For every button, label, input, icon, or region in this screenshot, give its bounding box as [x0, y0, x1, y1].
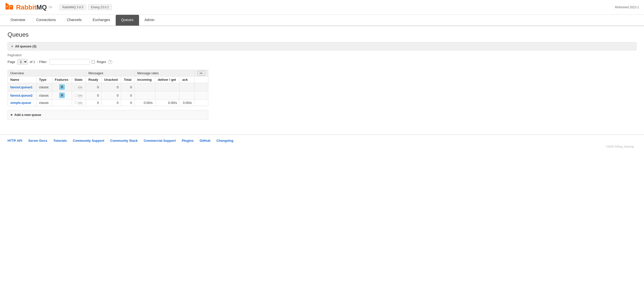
cell-name[interactable]: fanout.queue2 — [8, 91, 37, 100]
queue-link[interactable]: fanout.queue1 — [10, 85, 33, 89]
cell-deliver — [155, 83, 179, 91]
cell-extra — [195, 83, 208, 91]
rabbitmq-version: RabbitMQ 3.8.5 — [59, 5, 86, 10]
cell-ready: 0 — [86, 83, 102, 91]
queue-table: Overview Messages Message rates +/- Name… — [8, 70, 208, 106]
erlang-version: Erlang 23.0.2 — [88, 5, 111, 10]
cell-unacked: 0 — [101, 91, 121, 100]
table-row: fanout.queue2 classic D idle 0 0 0 — [8, 91, 208, 100]
pagination-row: Page 1 of 1 - Filter: Regex ? — [8, 59, 636, 65]
state-square — [75, 94, 77, 97]
all-queues-section-header[interactable]: ▼ All queues (3) — [8, 42, 636, 50]
svg-rect-1 — [10, 5, 13, 10]
regex-label: Regex — [97, 60, 106, 64]
filter-input[interactable] — [49, 59, 90, 65]
queue-table-wrapper: Overview Messages Message rates +/- Name… — [8, 70, 636, 106]
state-square — [75, 86, 77, 88]
footer-link[interactable]: Community Support — [73, 139, 104, 143]
footer-link[interactable]: Server Docs — [28, 139, 47, 143]
regex-checkbox[interactable] — [92, 60, 95, 63]
nav-link-overview[interactable]: Overview — [5, 15, 31, 26]
footer-link[interactable]: Commercial Support — [144, 139, 176, 143]
cell-state: idle — [72, 100, 86, 106]
nav-item-exchanges[interactable]: Exchanges — [87, 15, 115, 26]
col-deliver: deliver / get — [155, 77, 179, 83]
cell-total: 0 — [121, 100, 135, 106]
cell-name[interactable]: simple.queue — [8, 100, 37, 106]
plus-minus-btn-cell[interactable]: +/- — [195, 70, 208, 77]
page-label: Page — [8, 60, 15, 64]
cell-deliver — [155, 91, 179, 100]
nav-link-queues[interactable]: Queues — [116, 15, 139, 26]
nav-item-queues[interactable]: Queues — [116, 15, 139, 26]
state-square — [75, 101, 77, 104]
cell-type: classic — [36, 83, 52, 91]
nav-link-exchanges[interactable]: Exchanges — [87, 15, 115, 26]
footer-link[interactable]: Plugins — [182, 139, 194, 143]
group-messages-header: Messages — [86, 70, 135, 77]
add-queue-label: Add a new queue — [14, 113, 41, 117]
section-collapse-arrow: ▼ — [11, 45, 14, 48]
logo-rabbit: Rabbit — [16, 4, 36, 11]
filter-label: - Filter: — [37, 60, 47, 64]
nav-item-overview[interactable]: Overview — [5, 15, 31, 26]
of-label: of 1 — [30, 60, 35, 64]
table-row: fanout.queue1 classic D idle 0 0 0 — [8, 83, 208, 91]
cell-total: 0 — [121, 83, 135, 91]
add-queue-section[interactable]: ▶ Add a new queue — [8, 110, 208, 119]
nav-link-connections[interactable]: Connections — [31, 15, 61, 26]
col-incoming: incoming — [135, 77, 155, 83]
cell-incoming — [135, 83, 155, 91]
group-rates-header: Message rates — [135, 70, 194, 77]
cell-ready: 0 — [86, 100, 102, 106]
cell-incoming: 0.00/s — [135, 100, 155, 106]
regex-help-icon[interactable]: ? — [108, 60, 112, 64]
col-extra — [195, 77, 208, 83]
cell-deliver: 0.00/s — [155, 100, 179, 106]
state-label: idle — [78, 86, 83, 89]
d-badge: D — [59, 84, 65, 90]
nav-item-admin[interactable]: Admin — [139, 15, 160, 26]
logo-text: RabbitMQ — [16, 4, 47, 11]
cell-name[interactable]: fanout.queue1 — [8, 83, 37, 91]
nav-item-channels[interactable]: Channels — [61, 15, 87, 26]
col-total: Total — [121, 77, 135, 83]
col-ack: ack — [180, 77, 195, 83]
footer-link[interactable]: HTTP API — [8, 139, 22, 143]
logo: RabbitMQ TM — [5, 3, 52, 12]
cell-unacked: 0 — [101, 100, 121, 106]
plus-minus-btn[interactable]: +/- — [197, 71, 205, 76]
pagination-label: Pagination — [8, 53, 636, 57]
cell-ack — [180, 83, 195, 91]
footer-link[interactable]: Tutorials — [53, 139, 67, 143]
cell-extra — [195, 91, 208, 100]
cell-ack: 0.00/s — [180, 100, 195, 106]
cell-state: idle — [72, 83, 86, 91]
cell-ack — [180, 91, 195, 100]
svg-rect-4 — [7, 6, 8, 7]
col-name: Name — [8, 77, 37, 83]
page-title: Queues — [8, 31, 636, 38]
nav-item-connections[interactable]: Connections — [31, 15, 61, 26]
col-unacked: Unacked — [101, 77, 121, 83]
footer-link[interactable]: Community Slack — [110, 139, 138, 143]
logo-mq: MQ — [36, 4, 47, 11]
queue-link[interactable]: simple.queue — [10, 101, 31, 105]
footer-links: HTTP APIServer DocsTutorialsCommunity Su… — [8, 139, 636, 143]
cell-features: D — [52, 83, 72, 91]
d-badge: D — [59, 93, 65, 98]
footer-link[interactable]: Changelog — [217, 139, 233, 143]
nav-link-admin[interactable]: Admin — [139, 15, 160, 26]
group-overview-header: Overview — [8, 70, 86, 77]
footer-copyright: CSDN ©Ding_Jiaxiong — [8, 145, 636, 148]
cell-unacked: 0 — [101, 83, 121, 91]
col-type: Type — [36, 77, 52, 83]
queue-link[interactable]: fanout.queue2 — [10, 94, 33, 97]
footer-link[interactable]: GitHub — [200, 139, 210, 143]
section-title: All queues (3) — [15, 44, 36, 48]
svg-rect-3 — [7, 4, 9, 6]
state-label: idle — [78, 101, 83, 105]
rabbitmq-logo-icon — [5, 3, 15, 12]
page-select[interactable]: 1 — [17, 59, 28, 65]
nav-link-channels[interactable]: Channels — [61, 15, 87, 26]
